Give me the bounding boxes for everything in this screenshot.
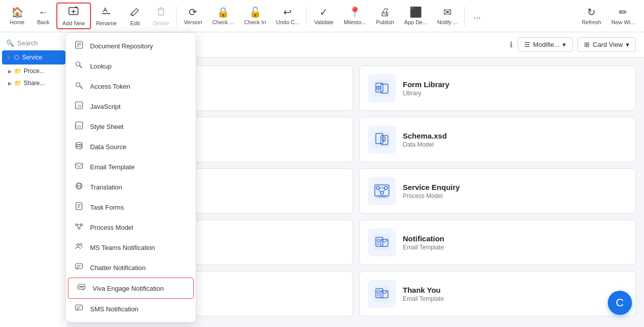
toolbar-app-deploy[interactable]: ⬛ App De... xyxy=(399,5,432,27)
toolbar-validate[interactable]: ✓ Validate xyxy=(309,5,339,27)
toolbar-notify[interactable]: ✉ Notify ... xyxy=(432,5,462,27)
toolbar-back[interactable]: ← Back xyxy=(30,5,56,27)
card-subtitle-form-library: Library xyxy=(403,90,450,97)
dropdown-item-javascript[interactable]: JS JavaScript xyxy=(66,96,196,116)
chevron-right-icon: ▶ xyxy=(8,69,12,74)
toolbar-new-wi[interactable]: ✏ New Wi... xyxy=(606,5,640,27)
svg-text:Process: Process xyxy=(378,195,385,198)
svg-point-108 xyxy=(80,243,82,245)
sidebar: 🔍 Search ▼ ⬡ Service ▶ 📁 Proce... ▶ 📁 Sh… xyxy=(0,32,68,327)
svg-text:CSS: CSS xyxy=(75,124,81,128)
menu-icon-process-model xyxy=(74,222,84,233)
menu-label-email-template: Email Template xyxy=(90,163,135,171)
view-button[interactable]: ⊞ Card View ▾ xyxy=(578,37,636,52)
svg-rect-8 xyxy=(158,9,164,15)
dropdown-item-process-model[interactable]: Process Model xyxy=(66,217,196,237)
sidebar-item-service[interactable]: ▼ ⬡ Service xyxy=(2,50,65,64)
card-schema[interactable]: Schema.xsd Data Model xyxy=(359,117,636,162)
toolbar-checkout[interactable]: 🔒 Check ... xyxy=(207,5,239,27)
folder-icon: 📁 xyxy=(14,68,22,75)
folder-icon-2: 📁 xyxy=(14,80,22,87)
menu-label-access-token: Access Token xyxy=(90,83,130,90)
sidebar-item-proce[interactable]: ▶ 📁 Proce... xyxy=(0,65,67,77)
svg-point-114 xyxy=(81,286,83,288)
validate-icon: ✓ xyxy=(319,7,328,17)
fab-button[interactable]: C xyxy=(608,291,632,315)
svg-rect-109 xyxy=(75,264,83,269)
card-title-service-enquiry: Service Enquiry xyxy=(403,183,460,191)
card-title-notification: Notification xyxy=(403,234,445,243)
dropdown-item-doc-repo[interactable]: Document Repository xyxy=(66,36,196,56)
checkout-icon: 🔒 xyxy=(217,7,229,17)
menu-icon-sms xyxy=(74,303,84,314)
card-subtitle-thank-you: Email Template xyxy=(403,295,444,302)
toolbar-home[interactable]: 🏠 Home xyxy=(4,5,30,27)
toolbar-more[interactable]: ... xyxy=(467,9,487,23)
sidebar-search[interactable]: 🔍 Search xyxy=(0,36,67,50)
svg-rect-4 xyxy=(102,13,110,14)
toolbar-separator-2 xyxy=(306,6,307,26)
svg-point-81 xyxy=(76,62,80,66)
dropdown-item-data-source[interactable]: Data Source xyxy=(66,137,196,157)
toolbar-version[interactable]: ⟳ Version xyxy=(179,5,207,27)
sort-icon: ☰ xyxy=(524,41,530,48)
chevron-down-icon: ▼ xyxy=(6,55,11,60)
dropdown-item-viva-engage[interactable]: Viva Engage Notification xyxy=(68,278,194,299)
toolbar-edit[interactable]: Edit xyxy=(122,4,148,28)
info-icon[interactable]: ℹ xyxy=(510,40,513,49)
dropdown-item-ms-teams[interactable]: MS Teams Notification xyxy=(66,237,196,257)
card-service-enquiry[interactable]: Process Service Enquiry Process Model xyxy=(359,168,636,214)
dropdown-item-translation[interactable]: Translation xyxy=(66,177,196,197)
dropdown-item-task-forms[interactable]: Task Forms xyxy=(66,197,196,217)
card-thank-you[interactable]: Thank You Email Template xyxy=(359,271,636,316)
dropdown-item-chatter[interactable]: Chatter Notification xyxy=(66,257,196,278)
new-wi-icon: ✏ xyxy=(619,7,627,17)
dropdown-menu: Document Repository Lookup Access Token … xyxy=(65,32,196,322)
svg-rect-59 xyxy=(374,234,390,250)
menu-label-process-model: Process Model xyxy=(90,224,133,231)
card-icon-notification xyxy=(368,228,396,256)
card-subtitle-schema: Data Model xyxy=(403,141,447,148)
dropdown-item-stylesheet[interactable]: CSS Style Sheet xyxy=(66,116,196,137)
add-new-icon xyxy=(68,6,79,18)
card-text-notification: Notification Email Template xyxy=(403,234,445,251)
menu-icon-lookup xyxy=(74,60,84,72)
svg-line-105 xyxy=(77,226,78,228)
toolbar-publish[interactable]: 🖨 Publish xyxy=(371,5,399,27)
sidebar-item-share[interactable]: ▶ 📁 Share... xyxy=(0,77,67,89)
svg-point-102 xyxy=(80,224,83,226)
toolbar-checkin[interactable]: 🔓 Check In xyxy=(239,5,271,27)
menu-label-viva-engage: Viva Engage Notification xyxy=(93,285,164,292)
dropdown-item-access-token[interactable]: Access Token xyxy=(66,76,196,96)
card-text-form-library: Form Library Library xyxy=(403,80,450,97)
svg-text:JS: JS xyxy=(77,104,81,108)
svg-line-106 xyxy=(79,226,81,228)
dropdown-item-email-template[interactable]: Email Template xyxy=(66,157,196,177)
card-title-form-library: Form Library xyxy=(403,80,450,89)
toolbar-milestone[interactable]: 📍 Milesto... xyxy=(339,5,371,27)
card-subtitle-notification: Email Template xyxy=(403,244,445,251)
card-icon-thank-you xyxy=(368,280,396,308)
card-text-service-enquiry: Service Enquiry Process Model xyxy=(403,183,460,200)
menu-label-chatter: Chatter Notification xyxy=(90,264,146,272)
svg-point-101 xyxy=(75,224,77,226)
sort-button[interactable]: ☰ Modifie... ▾ xyxy=(518,37,573,52)
toolbar-refresh[interactable]: ↻ Refresh xyxy=(577,5,606,27)
dropdown-item-sms[interactable]: SMS Notification xyxy=(66,299,196,319)
checkin-icon: 🔓 xyxy=(249,7,262,17)
card-icon-form-library: A xyxy=(368,74,396,102)
dropdown-item-lookup[interactable]: Lookup xyxy=(66,56,196,76)
card-form-library[interactable]: A Form Library Library xyxy=(359,66,636,111)
menu-icon-doc-repo xyxy=(74,40,84,51)
menu-icon-task-forms xyxy=(74,202,84,213)
back-icon: ← xyxy=(38,7,48,17)
menu-label-task-forms: Task Forms xyxy=(90,204,124,211)
card-text-thank-you: Thank You Email Template xyxy=(403,286,444,302)
card-notification[interactable]: Notification Email Template xyxy=(359,220,636,265)
toolbar-add-new[interactable]: Add New xyxy=(56,3,91,29)
toolbar-undo[interactable]: ↩ Undo C... xyxy=(271,5,304,27)
svg-line-7 xyxy=(131,15,133,16)
card-view-icon: ⊞ xyxy=(584,41,590,48)
toolbar-rename[interactable]: Rename xyxy=(91,4,122,28)
toolbar-separator-3 xyxy=(464,6,465,26)
